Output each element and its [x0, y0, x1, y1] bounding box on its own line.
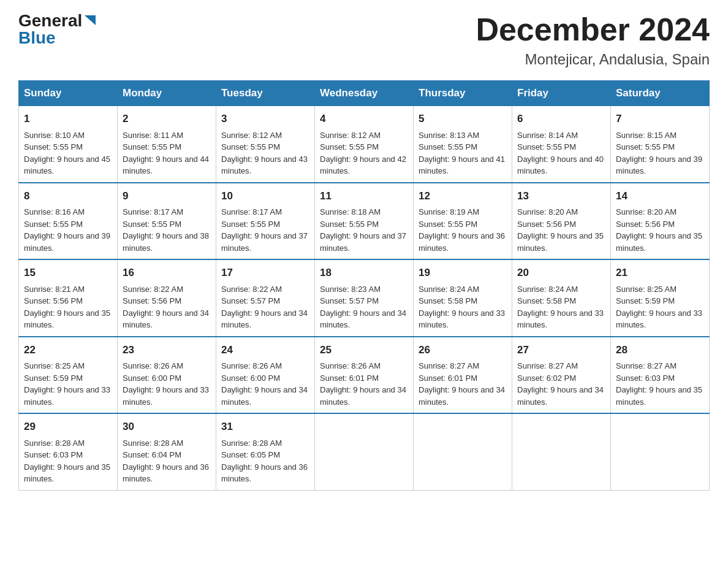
- sunset-label: Sunset: 5:56 PM: [517, 220, 576, 229]
- calendar-cell: 31 Sunrise: 8:28 AM Sunset: 6:05 PM Dayl…: [216, 413, 315, 490]
- calendar-cell: 4 Sunrise: 8:12 AM Sunset: 5:55 PM Dayli…: [315, 106, 414, 183]
- sunset-label: Sunset: 6:03 PM: [616, 373, 675, 383]
- sunset-label: Sunset: 5:57 PM: [221, 296, 280, 305]
- sunrise-label: Sunrise: 8:21 AM: [24, 285, 85, 294]
- title-section: December 2024 Montejicar, Andalusia, Spa…: [476, 12, 710, 68]
- page-header: General Blue December 2024 Montejicar, A…: [18, 12, 710, 68]
- sunset-label: Sunset: 5:58 PM: [419, 296, 477, 305]
- calendar-cell: 29 Sunrise: 8:28 AM Sunset: 6:03 PM Dayl…: [19, 413, 118, 490]
- daylight-label: Daylight: 9 hours and 35 minutes.: [24, 462, 110, 484]
- day-number: 5: [419, 111, 507, 127]
- sunrise-label: Sunrise: 8:17 AM: [221, 207, 282, 216]
- sunrise-label: Sunrise: 8:22 AM: [221, 285, 282, 294]
- daylight-label: Daylight: 9 hours and 43 minutes.: [221, 155, 308, 176]
- daylight-label: Daylight: 9 hours and 33 minutes.: [616, 308, 702, 330]
- sunrise-label: Sunrise: 8:26 AM: [123, 361, 183, 370]
- day-number: 7: [616, 111, 704, 127]
- calendar-header-row: SundayMondayTuesdayWednesdayThursdayFrid…: [19, 81, 710, 106]
- sunset-label: Sunset: 6:01 PM: [419, 373, 477, 383]
- daylight-label: Daylight: 9 hours and 36 minutes.: [419, 231, 505, 253]
- day-number: 31: [221, 419, 309, 435]
- day-number: 6: [517, 111, 605, 127]
- calendar-week-4: 22 Sunrise: 8:25 AM Sunset: 5:59 PM Dayl…: [19, 337, 710, 414]
- calendar-cell: 20 Sunrise: 8:24 AM Sunset: 5:58 PM Dayl…: [512, 259, 611, 337]
- sunrise-label: Sunrise: 8:22 AM: [123, 285, 183, 294]
- daylight-label: Daylight: 9 hours and 44 minutes.: [123, 155, 209, 176]
- daylight-label: Daylight: 9 hours and 37 minutes.: [221, 231, 308, 253]
- col-header-thursday: Thursday: [414, 81, 512, 106]
- day-number: 15: [24, 265, 112, 281]
- daylight-label: Daylight: 9 hours and 34 minutes.: [320, 385, 406, 407]
- sunrise-label: Sunrise: 8:23 AM: [320, 285, 381, 294]
- calendar-title: December 2024: [476, 12, 710, 47]
- sunset-label: Sunset: 5:55 PM: [419, 220, 477, 229]
- daylight-label: Daylight: 9 hours and 33 minutes.: [123, 385, 209, 407]
- calendar-cell: 17 Sunrise: 8:22 AM Sunset: 5:57 PM Dayl…: [216, 259, 315, 337]
- svg-marker-0: [85, 15, 96, 25]
- sunset-label: Sunset: 6:04 PM: [123, 450, 181, 459]
- logo-triangle-icon: [83, 13, 97, 26]
- calendar-cell: [611, 413, 710, 490]
- day-number: 9: [123, 188, 211, 204]
- calendar-week-5: 29 Sunrise: 8:28 AM Sunset: 6:03 PM Dayl…: [19, 413, 710, 490]
- daylight-label: Daylight: 9 hours and 45 minutes.: [24, 155, 110, 176]
- calendar-cell: 1 Sunrise: 8:10 AM Sunset: 5:55 PM Dayli…: [19, 106, 118, 183]
- day-number: 4: [320, 111, 408, 127]
- day-number: 30: [123, 419, 211, 435]
- calendar-cell: 18 Sunrise: 8:23 AM Sunset: 5:57 PM Dayl…: [315, 259, 414, 337]
- daylight-label: Daylight: 9 hours and 39 minutes.: [24, 231, 110, 253]
- calendar-cell: 3 Sunrise: 8:12 AM Sunset: 5:55 PM Dayli…: [216, 106, 315, 183]
- daylight-label: Daylight: 9 hours and 42 minutes.: [320, 155, 406, 176]
- daylight-label: Daylight: 9 hours and 39 minutes.: [616, 155, 702, 176]
- sunrise-label: Sunrise: 8:27 AM: [419, 361, 479, 370]
- daylight-label: Daylight: 9 hours and 35 minutes.: [616, 385, 702, 407]
- sunrise-label: Sunrise: 8:24 AM: [517, 285, 578, 294]
- sunrise-label: Sunrise: 8:11 AM: [123, 131, 183, 140]
- calendar-cell: 8 Sunrise: 8:16 AM Sunset: 5:55 PM Dayli…: [19, 183, 118, 260]
- logo: General Blue: [18, 12, 97, 47]
- calendar-cell: 30 Sunrise: 8:28 AM Sunset: 6:04 PM Dayl…: [118, 413, 216, 490]
- day-number: 24: [221, 342, 309, 358]
- day-number: 23: [123, 342, 211, 358]
- day-number: 17: [221, 265, 309, 281]
- col-header-monday: Monday: [118, 81, 216, 106]
- day-number: 8: [24, 188, 112, 204]
- day-number: 18: [320, 265, 408, 281]
- day-number: 16: [123, 265, 211, 281]
- calendar-cell: 24 Sunrise: 8:26 AM Sunset: 6:00 PM Dayl…: [216, 337, 315, 414]
- calendar-cell: 25 Sunrise: 8:26 AM Sunset: 6:01 PM Dayl…: [315, 337, 414, 414]
- calendar-cell: [414, 413, 512, 490]
- sunset-label: Sunset: 5:55 PM: [419, 142, 477, 151]
- sunset-label: Sunset: 5:55 PM: [320, 220, 379, 229]
- day-number: 29: [24, 419, 112, 435]
- sunset-label: Sunset: 5:59 PM: [616, 296, 675, 305]
- daylight-label: Daylight: 9 hours and 34 minutes.: [221, 308, 308, 330]
- sunset-label: Sunset: 6:00 PM: [123, 373, 181, 383]
- sunset-label: Sunset: 6:05 PM: [221, 450, 280, 459]
- calendar-cell: 23 Sunrise: 8:26 AM Sunset: 6:00 PM Dayl…: [118, 337, 216, 414]
- sunrise-label: Sunrise: 8:24 AM: [419, 285, 479, 294]
- sunset-label: Sunset: 5:56 PM: [24, 296, 83, 305]
- calendar-cell: [512, 413, 611, 490]
- sunrise-label: Sunrise: 8:26 AM: [221, 361, 282, 370]
- day-number: 11: [320, 188, 408, 204]
- daylight-label: Daylight: 9 hours and 34 minutes.: [123, 308, 209, 330]
- calendar-cell: 26 Sunrise: 8:27 AM Sunset: 6:01 PM Dayl…: [414, 337, 512, 414]
- sunset-label: Sunset: 5:59 PM: [24, 373, 83, 383]
- col-header-friday: Friday: [512, 81, 611, 106]
- calendar-cell: 28 Sunrise: 8:27 AM Sunset: 6:03 PM Dayl…: [611, 337, 710, 414]
- daylight-label: Daylight: 9 hours and 35 minutes.: [517, 231, 604, 253]
- sunrise-label: Sunrise: 8:17 AM: [123, 207, 183, 216]
- day-number: 3: [221, 111, 309, 127]
- sunrise-label: Sunrise: 8:25 AM: [616, 285, 677, 294]
- day-number: 1: [24, 111, 112, 127]
- daylight-label: Daylight: 9 hours and 35 minutes.: [616, 231, 702, 253]
- calendar-cell: 9 Sunrise: 8:17 AM Sunset: 5:55 PM Dayli…: [118, 183, 216, 260]
- calendar-cell: 7 Sunrise: 8:15 AM Sunset: 5:55 PM Dayli…: [611, 106, 710, 183]
- calendar-cell: 10 Sunrise: 8:17 AM Sunset: 5:55 PM Dayl…: [216, 183, 315, 260]
- sunset-label: Sunset: 5:56 PM: [123, 296, 181, 305]
- sunset-label: Sunset: 5:55 PM: [221, 142, 280, 151]
- sunrise-label: Sunrise: 8:27 AM: [616, 361, 677, 370]
- daylight-label: Daylight: 9 hours and 34 minutes.: [221, 385, 308, 407]
- logo-blue-text: Blue: [18, 29, 56, 47]
